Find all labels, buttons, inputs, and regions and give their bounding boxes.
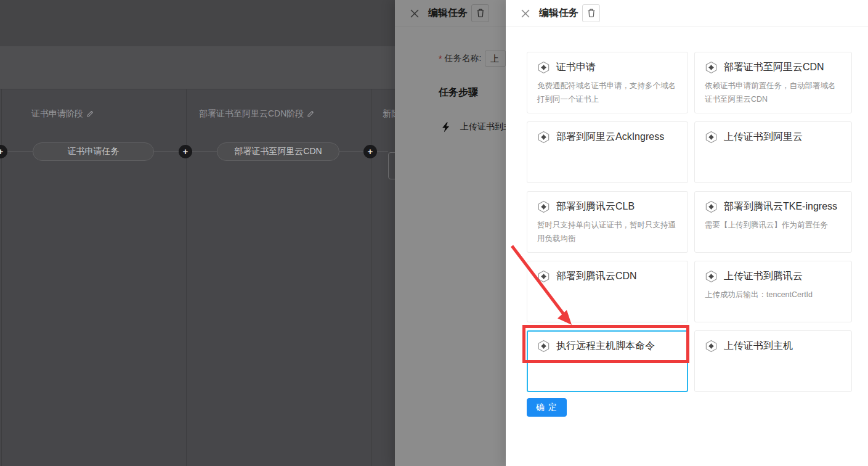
edit-task-drawer-back: 编辑任务 * 任务名称: 上 任务步骤 上传证书到主	[395, 0, 506, 466]
task-card-header: 部署到腾讯云TKE-ingress	[705, 200, 842, 213]
pipeline-toolbar	[0, 46, 395, 89]
stage-title-text: 新阶	[383, 108, 395, 120]
task-type-hexagon-icon	[537, 131, 550, 144]
task-card[interactable]: 部署到阿里云AckIngress	[527, 121, 688, 183]
task-card-title: 上传证书到阿里云	[724, 131, 803, 144]
stage-title-text: 证书申请阶段	[31, 108, 83, 120]
trash-icon	[587, 9, 596, 18]
task-card[interactable]: 执行远程主机脚本命令	[527, 330, 688, 392]
task-card-header: 部署到腾讯云CDN	[537, 270, 678, 283]
task-type-hexagon-icon	[705, 131, 718, 144]
drawer-dim-mask	[395, 0, 506, 466]
new-stage-partial-box	[388, 152, 395, 179]
task-card-header: 证书申请	[537, 61, 678, 74]
drawer-header: 编辑任务	[395, 0, 506, 27]
task-card[interactable]: 部署到腾讯云CDN	[527, 261, 688, 322]
task-card-desc: 需要【上传到腾讯云】作为前置任务	[705, 219, 842, 232]
task-type-hexagon-icon	[537, 61, 550, 74]
drawer-title: 编辑任务	[428, 7, 468, 20]
task-card-desc: 暂时只支持单向认证证书，暂时只支持通用负载均衡	[537, 219, 678, 246]
drawer-title: 编辑任务	[539, 7, 578, 20]
task-card-title: 部署到腾讯云CDN	[556, 270, 637, 283]
task-card-title: 上传证书到主机	[724, 340, 793, 353]
task-step-label: 上传证书到主	[460, 121, 512, 133]
confirm-button[interactable]: 确 定	[527, 398, 567, 417]
task-card[interactable]: 证书申请 免费通配符域名证书申请，支持多个域名打到同一个证书上	[527, 52, 688, 113]
task-name-row: * 任务名称: 上	[395, 51, 506, 67]
task-card[interactable]: 上传证书到腾讯云 上传成功后输出：tencentCertId	[694, 261, 852, 322]
drawer-header: 编辑任务	[506, 0, 868, 27]
add-task-button[interactable]: +	[363, 145, 377, 158]
task-pill-deploy-cdn[interactable]: 部署证书至阿里云CDN	[217, 142, 339, 161]
stage-title-1: 证书申请阶段	[31, 108, 94, 120]
delete-task-button[interactable]	[471, 4, 489, 22]
task-card-desc: 上传成功后输出：tencentCertId	[705, 288, 842, 302]
close-icon[interactable]	[410, 9, 420, 18]
edit-task-drawer-front: 编辑任务 证书申请 免费通配符域名证书申请，支持多个域名打到同一个证书上 部署证…	[506, 0, 868, 466]
task-card-title: 部署到腾讯云TKE-ingress	[724, 200, 837, 213]
task-type-hexagon-icon	[705, 340, 718, 353]
task-card-header: 上传证书到腾讯云	[705, 270, 842, 283]
task-card-header: 上传证书到阿里云	[705, 131, 842, 144]
task-card[interactable]: 部署到腾讯云TKE-ingress 需要【上传到腾讯云】作为前置任务	[694, 191, 852, 253]
stage-title-2: 部署证书至阿里云CDN阶段	[199, 108, 314, 120]
trash-icon	[476, 9, 485, 18]
task-type-hexagon-icon	[537, 340, 550, 353]
task-card-title: 上传证书到腾讯云	[724, 270, 803, 283]
task-card-title: 部署到腾讯云CLB	[556, 200, 635, 213]
task-type-hexagon-icon	[537, 200, 550, 213]
task-card-header: 部署到阿里云AckIngress	[537, 131, 678, 144]
edit-pencil-icon[interactable]	[86, 110, 94, 118]
task-card-title: 证书申请	[556, 61, 596, 74]
task-card-title: 执行远程主机脚本命令	[556, 340, 655, 353]
task-card-header: 部署到腾讯云CLB	[537, 200, 678, 213]
task-name-input[interactable]: 上	[485, 51, 506, 67]
add-task-button[interactable]: +	[0, 145, 7, 158]
task-card[interactable]: 部署到腾讯云CLB 暂时只支持单向认证证书，暂时只支持通用负载均衡	[527, 191, 688, 253]
stage-title-text: 部署证书至阿里云CDN阶段	[199, 108, 304, 120]
stage-title-3: 新阶	[383, 108, 395, 120]
close-icon[interactable]	[521, 9, 530, 18]
task-type-hexagon-icon	[705, 61, 718, 74]
task-card-desc: 免费通配符域名证书申请，支持多个域名打到同一个证书上	[537, 80, 678, 107]
task-card-header: 执行远程主机脚本命令	[537, 340, 678, 353]
task-step-item[interactable]: 上传证书到主	[442, 121, 512, 133]
app-top-bar	[0, 0, 395, 46]
task-pill-cert-apply[interactable]: 证书申请任务	[33, 142, 154, 161]
lightning-icon	[442, 122, 450, 133]
task-card[interactable]: 上传证书到主机	[694, 330, 852, 392]
task-card-title: 部署到阿里云AckIngress	[556, 131, 664, 144]
task-steps-heading: 任务步骤	[439, 86, 478, 99]
task-card-desc: 依赖证书申请前置任务，自动部署域名证书至阿里云CDN	[705, 80, 842, 107]
task-card[interactable]: 部署证书至阿里云CDN 依赖证书申请前置任务，自动部署域名证书至阿里云CDN	[694, 52, 852, 113]
task-card[interactable]: 上传证书到阿里云	[694, 121, 852, 183]
pipeline-canvas: 证书申请阶段 部署证书至阿里云CDN阶段 新阶 证书申请任务 部署证书至阿里云C…	[0, 0, 395, 466]
task-card-header: 上传证书到主机	[705, 340, 842, 353]
required-asterisk: *	[439, 54, 442, 63]
task-name-label: 任务名称:	[444, 53, 481, 64]
add-task-button[interactable]: +	[179, 145, 192, 158]
edit-pencil-icon[interactable]	[307, 110, 314, 118]
task-card-title: 部署证书至阿里云CDN	[724, 61, 824, 74]
task-type-hexagon-icon	[537, 270, 550, 283]
task-type-hexagon-icon	[705, 270, 718, 283]
task-type-hexagon-icon	[705, 200, 718, 213]
task-card-grid: 证书申请 免费通配符域名证书申请，支持多个域名打到同一个证书上 部署证书至阿里云…	[527, 52, 859, 392]
task-card-header: 部署证书至阿里云CDN	[705, 61, 842, 74]
delete-task-button[interactable]	[582, 4, 600, 22]
